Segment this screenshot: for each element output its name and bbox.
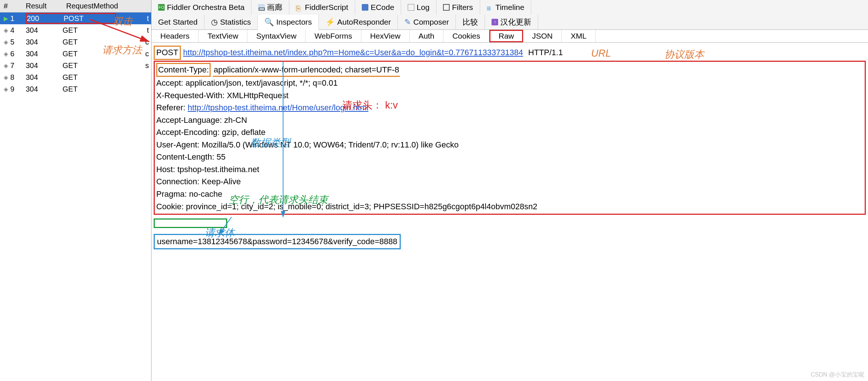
headers-block: Content-Type: application/x-www-form-url… — [154, 61, 866, 215]
session-num: 5 — [10, 38, 26, 46]
header-line: User-Agent: Mozilla/5.0 (Windows NT 10.0… — [156, 139, 863, 151]
session-result: 304 — [26, 61, 62, 70]
session-header: # Result RequestMethod — [0, 0, 151, 13]
header-line: Content-Length: 55 — [156, 151, 863, 163]
header-line: X-Requested-With: XMLHttpRequest — [156, 90, 863, 102]
session-num: 4 — [10, 26, 26, 35]
tab-label: Get Started — [158, 18, 197, 26]
tab-fiddlerscript[interactable]: ⎘FiddlerScript — [289, 0, 355, 15]
session-result: 304 — [26, 73, 62, 82]
session-num: 7 — [10, 61, 26, 70]
session-extra: c — [145, 38, 151, 46]
header-line: Accept: application/json, text/javascrip… — [156, 77, 863, 89]
session-row[interactable]: ◈6304GETc — [0, 48, 151, 60]
subtab-webforms[interactable]: WebForms — [306, 30, 361, 42]
tab-label: Fiddler Orchestra Beta — [167, 3, 244, 12]
tab-ecode[interactable]: ECode — [355, 0, 401, 15]
clock-icon: ◷ — [211, 18, 218, 26]
session-extra: s — [145, 61, 151, 70]
col-result-header: Result — [26, 2, 62, 10]
session-extra: t — [147, 14, 151, 23]
subtab-textview[interactable]: TextView — [199, 30, 247, 42]
session-icon: ◈ — [1, 50, 10, 57]
http-version: HTTP/1.1 — [528, 48, 563, 57]
session-list: # Result RequestMethod ▶1200POSTt◈4304GE… — [0, 0, 151, 381]
tab-statistics[interactable]: ◷Statistics — [204, 15, 258, 29]
tab-label: ECode — [371, 3, 394, 12]
header-line: Accept-Encoding: gzip, deflate — [156, 127, 863, 139]
session-method: GET — [62, 38, 114, 46]
watermark: CSDN @小宝的宝呢 — [811, 371, 864, 379]
session-row[interactable]: ▶1200POSTt — [0, 13, 151, 24]
subtab-syntaxview[interactable]: SyntaxView — [247, 30, 306, 42]
session-icon: ◈ — [1, 62, 10, 69]
subtab-json[interactable]: JSON — [523, 30, 562, 42]
tab-inspectors[interactable]: 🔍Inspectors — [258, 15, 319, 30]
tab-label: Timeline — [496, 3, 525, 12]
session-icon: ◈ — [1, 39, 10, 46]
tab-label: FiddlerScript — [305, 3, 348, 12]
tab-get-started[interactable]: Get Started — [151, 15, 204, 29]
referer-key: Referer: — [156, 103, 188, 112]
session-num: 1 — [10, 14, 26, 23]
subtab-xml[interactable]: XML — [562, 30, 596, 42]
subtab-headers[interactable]: Headers — [151, 30, 199, 42]
content-type-value: application/x-www-form-urlencoded; chars… — [213, 64, 400, 77]
request-body: username=13812345678&password=12345678&v… — [154, 234, 401, 250]
tab-label: 比较 — [462, 17, 478, 27]
session-method: GET — [62, 50, 114, 58]
tab-画廊[interactable]: ▭画廊 — [251, 0, 289, 15]
tab-fiddler-orchestra-beta[interactable]: FOFiddler Orchestra Beta — [151, 0, 251, 15]
magnifier-icon: 🔍 — [264, 18, 274, 26]
header-line: Accept-Language: zh-CN — [156, 114, 863, 127]
col-method-header: RequestMethod — [62, 2, 136, 10]
session-extra: t — [147, 26, 151, 35]
session-icon: ◈ — [1, 86, 10, 93]
session-icon: ▶ — [1, 15, 10, 22]
top-tabs: FOFiddler Orchestra Beta▭画廊⎘FiddlerScrip… — [151, 0, 868, 30]
session-extra: c — [145, 50, 151, 58]
subtab-auth[interactable]: Auth — [410, 30, 443, 42]
referer-url[interactable]: http://tpshop-test.itheima.net/Home/user… — [188, 103, 369, 112]
subtab-cookies[interactable]: Cookies — [443, 30, 489, 42]
session-num: 9 — [10, 85, 26, 93]
http-method: POST — [154, 46, 181, 60]
bolt-icon: ⚡ — [325, 18, 335, 26]
session-row[interactable]: ◈9304GET — [0, 83, 151, 95]
tab-label: 画廊 — [267, 2, 282, 13]
tab-autoresponder[interactable]: ⚡AutoResponder — [319, 15, 398, 29]
session-row[interactable]: ◈4304GETt — [0, 24, 151, 36]
request-url[interactable]: http://tpshop-test.itheima.net/index.php… — [183, 48, 523, 57]
session-method: GET — [62, 26, 114, 35]
inspector-subtabs: HeadersTextViewSyntaxViewWebFormsHexView… — [151, 30, 868, 43]
session-result: 304 — [26, 85, 62, 93]
session-row[interactable]: ◈5304GETc — [0, 36, 151, 48]
session-icon: ◈ — [1, 74, 10, 81]
subtab-raw[interactable]: Raw — [489, 30, 523, 42]
session-result: 200 — [27, 14, 64, 23]
session-result: 304 — [26, 50, 62, 58]
session-row[interactable]: ◈7304GETs — [0, 60, 151, 71]
session-num: 8 — [10, 73, 26, 82]
tab-log[interactable]: Log — [401, 0, 436, 15]
tab-composer[interactable]: ✎Composer — [398, 15, 456, 29]
content-type-key: Content-Type: — [156, 63, 211, 77]
subtab-hexview[interactable]: HexView — [361, 30, 410, 42]
tab-比较[interactable]: 比较 — [456, 15, 485, 29]
col-num-header: # — [0, 2, 26, 10]
header-line: Connection: Keep-Alive — [156, 176, 863, 188]
session-num: 6 — [10, 50, 26, 58]
edit-icon: ✎ — [404, 18, 411, 26]
tab-label: Log — [417, 3, 429, 12]
tab-timeline[interactable]: ≡Timeline — [480, 0, 532, 15]
tab-汉化更新[interactable]: ↑汉化更新 — [485, 15, 538, 29]
header-line: Cookie: province_id=1; city_id=2; is_mob… — [156, 201, 863, 213]
tab-label: Filters — [452, 3, 473, 12]
session-method: GET — [62, 61, 114, 70]
session-row[interactable]: ◈8304GET — [0, 71, 151, 83]
tab-label: 汉化更新 — [500, 17, 531, 27]
tab-filters[interactable]: Filters — [436, 0, 480, 15]
raw-content: POST http://tpshop-test.itheima.net/inde… — [151, 43, 868, 252]
header-line: Host: tpshop-test.itheima.net — [156, 164, 863, 176]
session-method: GET — [62, 85, 114, 93]
